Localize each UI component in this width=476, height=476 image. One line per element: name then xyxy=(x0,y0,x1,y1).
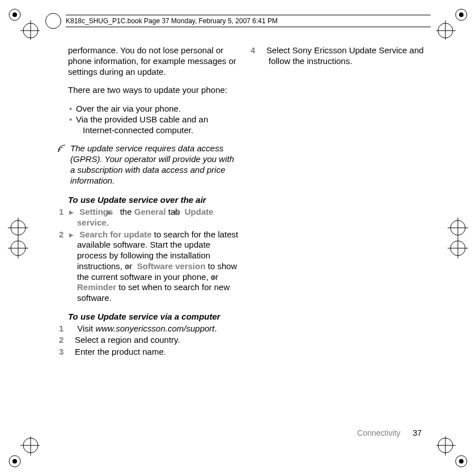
page-bubble-icon xyxy=(45,13,61,29)
ui-label: Software version xyxy=(137,261,206,271)
svg-point-14 xyxy=(12,459,17,464)
crop-mark-right xyxy=(441,215,475,261)
pc-steps: Visit www.sonyericsson.com/support. Sele… xyxy=(68,324,239,358)
signal-icon xyxy=(58,143,66,186)
update-methods-list: Over the air via your phone. Via the pro… xyxy=(68,104,239,135)
header-title: K818c_SHUG_P1C.book Page 37 Monday, Febr… xyxy=(66,15,431,27)
ui-label: General xyxy=(134,207,166,216)
note-block: The update service requires data access … xyxy=(58,143,239,186)
ui-label: Search for update xyxy=(79,230,152,239)
intro-paragraph-2: There are two ways to update your phone: xyxy=(68,85,239,96)
page-footer: Connectivity 37 xyxy=(357,428,422,437)
footer-section: Connectivity xyxy=(357,428,400,437)
pc-step-1: Visit www.sonyericsson.com/support. xyxy=(68,324,239,334)
svg-point-9 xyxy=(459,12,464,17)
crop-mark-br xyxy=(434,434,470,470)
left-column: performance. You do not lose personal or… xyxy=(68,45,239,419)
document-header: K818c_SHUG_P1C.book Page 37 Monday, Febr… xyxy=(45,11,431,31)
note-text: The update service requires data access … xyxy=(70,143,239,186)
crop-mark-tr xyxy=(434,6,470,42)
svg-point-19 xyxy=(459,459,464,464)
crop-mark-tl xyxy=(6,6,42,42)
list-item: Via the provided USB cable and an Intern… xyxy=(76,114,239,136)
ui-label: Reminder xyxy=(77,282,116,292)
ota-step-2: ▶Search for update to search for the lat… xyxy=(68,230,239,304)
intro-paragraph-1: performance. You do not lose personal or… xyxy=(68,45,239,77)
crop-mark-bl xyxy=(6,434,42,470)
crop-mark-left xyxy=(1,215,35,261)
continued-steps: Select Sony Ericsson Update Service and … xyxy=(260,45,431,67)
list-item: Over the air via your phone. xyxy=(76,104,239,114)
url-text: www.sonyericsson.com/support xyxy=(95,324,214,333)
ota-steps: ▶Settings ▶ the General tab ▶Update serv… xyxy=(68,207,239,304)
svg-point-4 xyxy=(12,12,17,17)
ota-heading: To use Update service over the air xyxy=(68,195,239,206)
right-column: Select Sony Ericsson Update Service and … xyxy=(260,45,431,419)
page-content: performance. You do not lose personal or… xyxy=(68,45,431,419)
pc-step-3: Enter the product name. xyxy=(68,347,239,358)
pc-step-2: Select a region and country. xyxy=(68,335,239,346)
footer-page-number: 37 xyxy=(413,428,422,437)
ota-step-1: ▶Settings ▶ the General tab ▶Update serv… xyxy=(68,207,239,228)
step-4: Select Sony Ericsson Update Service and … xyxy=(260,45,431,67)
pc-heading: To use Update service via a computer xyxy=(68,312,239,322)
triangle-icon: ▶ xyxy=(220,274,223,282)
